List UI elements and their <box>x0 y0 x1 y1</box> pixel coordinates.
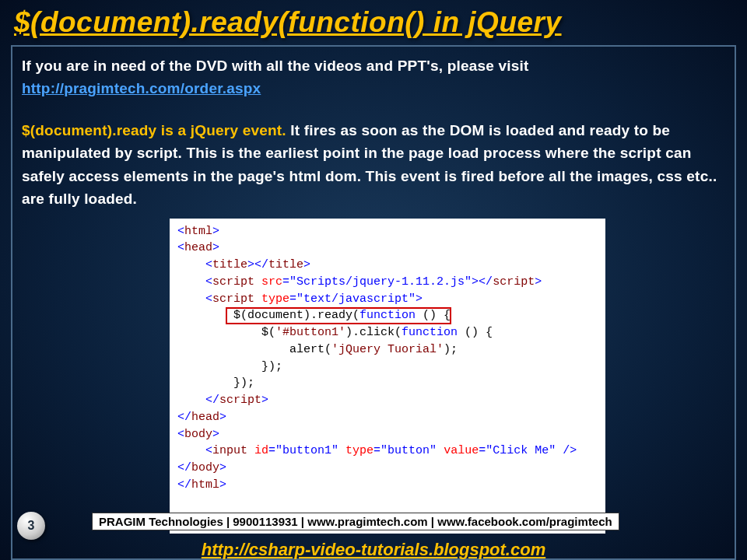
footer-link-wrap: http://csharp-video-tutorials.blogspot.c… <box>0 540 747 560</box>
company-footer: PRAGIM Technologies | 9900113931 | www.p… <box>92 513 619 530</box>
footer: 3 PRAGIM Technologies | 9900113931 | www… <box>0 516 747 560</box>
definition-highlight: $(document).ready is a jQuery event. <box>22 122 286 138</box>
slide-title: $(document).ready(function() in jQuery <box>0 0 747 44</box>
definition-paragraph: $(document).ready is a jQuery event. It … <box>22 119 725 211</box>
slide: $(document).ready(function() in jQuery I… <box>0 0 747 560</box>
intro-text: If you are in need of the DVD with all t… <box>22 58 529 74</box>
spacer <box>22 100 725 119</box>
code-snippet: <html> <head> <title></title> <script sr… <box>170 219 605 534</box>
content-box: If you are in need of the DVD with all t… <box>11 45 736 560</box>
order-link[interactable]: http://pragimtech.com/order.aspx <box>22 80 261 96</box>
intro-paragraph: If you are in need of the DVD with all t… <box>22 54 725 100</box>
page-number-badge: 3 <box>17 512 45 540</box>
blog-link[interactable]: http://csharp-video-tutorials.blogspot.c… <box>202 540 545 559</box>
